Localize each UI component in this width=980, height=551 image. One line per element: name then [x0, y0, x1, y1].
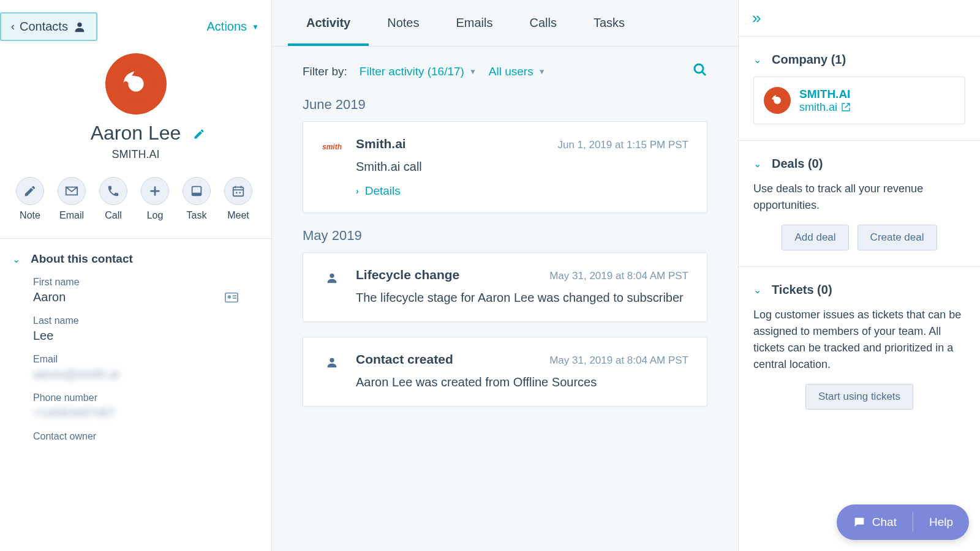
call-icon: [107, 184, 120, 198]
caret-down-icon: ▼: [538, 67, 546, 76]
deals-heading: Deals (0): [772, 157, 823, 171]
start-tickets-button[interactable]: Start using tickets: [805, 384, 913, 410]
chevron-down-icon: ⌄: [12, 253, 22, 265]
caret-down-icon: ▼: [252, 23, 259, 31]
first-name-value: Aaron: [33, 290, 66, 304]
chevrons-right-icon: »: [752, 9, 761, 27]
edit-name-button[interactable]: [193, 128, 205, 143]
about-section-toggle[interactable]: ⌄ About this contact: [0, 239, 271, 277]
back-label: Contacts: [20, 20, 68, 34]
svg-line-14: [702, 72, 706, 75]
details-toggle[interactable]: › Details: [356, 184, 401, 198]
note-icon: [23, 184, 37, 198]
svg-rect-12: [233, 298, 236, 299]
phone-label: Phone number: [33, 392, 238, 403]
last-name-label: Last name: [33, 315, 238, 326]
filter-activity-text: Filter activity (16/17): [360, 65, 464, 78]
email-label: Email: [33, 354, 238, 365]
actions-dropdown[interactable]: Actions ▼: [207, 20, 259, 34]
call-label: Call: [99, 210, 127, 221]
person-badge-icon: [322, 268, 342, 288]
log-action[interactable]: Log: [141, 177, 169, 221]
chevron-down-icon: ⌄: [753, 54, 763, 66]
tickets-text: Log customer issues as tickets that can …: [753, 307, 965, 373]
help-button[interactable]: Help: [913, 504, 969, 540]
month-heading: June 2019: [272, 97, 738, 121]
activity-card[interactable]: Lifecycle change May 31, 2019 at 8:04 AM…: [303, 252, 707, 322]
activity-card[interactable]: smith Smith.ai Jun 1, 2019 at 1:15 PM PS…: [303, 121, 707, 213]
company-name-link[interactable]: SMITH.AI: [799, 88, 851, 101]
svg-point-0: [77, 22, 81, 26]
contact-card-icon: [225, 292, 238, 303]
call-action[interactable]: Call: [99, 177, 127, 221]
task-label: Task: [183, 210, 211, 221]
tab-calls[interactable]: Calls: [511, 0, 575, 46]
tab-tasks[interactable]: Tasks: [575, 0, 643, 46]
contact-avatar[interactable]: [105, 53, 167, 114]
svg-rect-5: [192, 193, 202, 196]
activity-title: Contact created: [356, 352, 453, 367]
last-name-value: Lee: [33, 329, 53, 343]
svg-point-15: [330, 274, 334, 278]
contact-name: Aaron Lee: [91, 122, 181, 144]
activity-card[interactable]: Contact created May 31, 2019 at 8:04 AM …: [303, 337, 707, 407]
activity-desc: Smith.ai call: [356, 157, 688, 176]
chat-label: Chat: [872, 515, 897, 529]
chevron-down-icon: ⌄: [753, 158, 763, 170]
activity-desc: The lifecycle stage for Aaron Lee was ch…: [356, 288, 688, 307]
actions-label: Actions: [207, 20, 247, 34]
tab-emails[interactable]: Emails: [438, 0, 511, 46]
chat-button[interactable]: Chat: [837, 504, 913, 540]
deals-section-toggle[interactable]: ⌄ Deals (0): [753, 157, 965, 171]
company-domain-link[interactable]: smith.ai: [799, 101, 851, 114]
activity-title: Smith.ai: [356, 137, 406, 151]
smith-badge-icon: smith: [322, 137, 342, 157]
phone-field[interactable]: +14083487487: [33, 406, 238, 420]
chat-icon: [853, 515, 866, 529]
owner-label: Contact owner: [33, 431, 238, 442]
email-field[interactable]: aaron@smith.ai: [33, 367, 238, 381]
external-link-icon: [841, 102, 851, 112]
meet-action[interactable]: Meet: [224, 177, 252, 221]
month-heading: May 2019: [272, 228, 738, 252]
phone-value: +14083487487: [33, 406, 115, 420]
note-action[interactable]: Note: [16, 177, 44, 221]
email-action[interactable]: Email: [58, 177, 86, 221]
email-value: aaron@smith.ai: [33, 367, 119, 381]
tickets-section-toggle[interactable]: ⌄ Tickets (0): [753, 283, 965, 297]
back-to-contacts-button[interactable]: ‹ Contacts: [0, 12, 97, 41]
chevron-left-icon: ‹: [11, 20, 15, 33]
deals-text: Use deals to track all your revenue oppo…: [753, 181, 965, 214]
company-heading: Company (1): [772, 53, 846, 67]
task-action[interactable]: Task: [183, 177, 211, 221]
activity-date: Jun 1, 2019 at 1:15 PM PST: [557, 139, 688, 151]
first-name-label: First name: [33, 277, 238, 288]
details-label: Details: [365, 184, 401, 198]
create-deal-button[interactable]: Create deal: [858, 225, 937, 250]
search-icon: [693, 62, 707, 77]
company-logo: [764, 87, 791, 114]
filter-activity-dropdown[interactable]: Filter activity (16/17) ▼: [360, 65, 477, 78]
caret-down-icon: ▼: [469, 67, 477, 76]
chevron-down-icon: ⌄: [753, 284, 763, 296]
company-section-toggle[interactable]: ⌄ Company (1): [753, 53, 965, 67]
filter-by-label: Filter by:: [303, 65, 347, 78]
meet-label: Meet: [224, 210, 252, 221]
note-label: Note: [16, 210, 44, 221]
filter-users-text: All users: [489, 65, 533, 78]
tabs: Activity Notes Emails Calls Tasks: [272, 0, 738, 47]
company-card[interactable]: SMITH.AI smith.ai: [753, 77, 965, 124]
first-name-field[interactable]: Aaron: [33, 290, 238, 304]
search-button[interactable]: [693, 62, 707, 81]
svg-point-13: [695, 64, 703, 73]
tab-notes[interactable]: Notes: [369, 0, 437, 46]
svg-point-8: [239, 192, 241, 193]
expand-sidebar-button[interactable]: »: [739, 0, 980, 37]
filter-users-dropdown[interactable]: All users ▼: [489, 65, 546, 78]
tab-activity[interactable]: Activity: [288, 0, 369, 46]
last-name-field[interactable]: Lee: [33, 329, 238, 343]
pencil-icon: [193, 128, 205, 140]
task-icon: [190, 184, 203, 198]
add-deal-button[interactable]: Add deal: [782, 225, 848, 250]
svg-point-7: [236, 192, 238, 193]
